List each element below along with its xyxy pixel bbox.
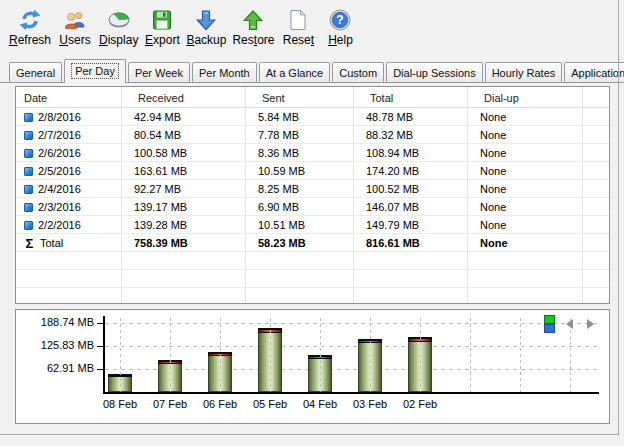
day-icon	[24, 203, 33, 212]
total-value: 146.07 MB	[354, 198, 468, 216]
export-button[interactable]: Export	[141, 7, 183, 48]
legend-received-swatch[interactable]	[544, 315, 555, 324]
received-value: 139.28 MB	[122, 216, 246, 234]
chart-gridline-vertical	[370, 318, 371, 392]
total-value: 149.79 MB	[354, 216, 468, 234]
tab-general[interactable]: General	[9, 62, 62, 82]
users-label: Users	[59, 33, 90, 47]
dialup-value: None	[468, 216, 583, 234]
refresh-label: Refresh	[9, 33, 51, 47]
received-value: 92.27 MB	[122, 180, 246, 198]
dialup-value: None	[468, 144, 583, 162]
sent-value: 8.36 MB	[246, 144, 354, 162]
column-header-date[interactable]: Date	[16, 87, 122, 108]
help-label: Help	[328, 33, 353, 47]
total-received-value: 758.39 MB	[122, 234, 246, 252]
sigma-icon: Σ	[24, 236, 35, 251]
display-button[interactable]: Display	[96, 7, 141, 48]
total-value: 88.32 MB	[354, 126, 468, 144]
chart-x-category-label: 07 Feb	[142, 398, 198, 410]
usage-table-panel: Date Received Sent Total Dial-up 2/8/201…	[15, 86, 610, 304]
floppy-disk-icon	[150, 8, 174, 32]
tab-dialup-sessions[interactable]: Dial-up Sessions	[386, 62, 483, 82]
window-bottom-border	[0, 434, 619, 435]
received-value: 80.54 MB	[122, 126, 246, 144]
export-label: Export	[145, 33, 180, 47]
chart-x-category-label: 04 Feb	[292, 398, 348, 410]
chart-gridline-vertical	[520, 318, 521, 392]
users-icon	[63, 8, 87, 32]
column-header-total[interactable]: Total	[354, 87, 468, 108]
help-icon: ?	[328, 8, 352, 32]
chart-x-axis	[103, 392, 599, 394]
scroll-left-arrow-icon[interactable]	[566, 319, 573, 329]
tab-applications[interactable]: Applications	[564, 62, 624, 82]
tab-per-week[interactable]: Per Week	[128, 62, 190, 82]
usage-table: Date Received Sent Total Dial-up 2/8/201…	[16, 87, 609, 304]
day-icon	[24, 185, 33, 194]
date-value: 2/7/2016	[38, 129, 81, 141]
column-header-received[interactable]: Received	[122, 87, 246, 108]
dialup-value: None	[468, 180, 583, 198]
legend-sent-swatch[interactable]	[544, 324, 555, 333]
arrow-down-icon	[194, 8, 218, 32]
toolbar: Refresh Users Display	[0, 0, 624, 54]
sent-value: 8.25 MB	[246, 180, 354, 198]
column-header-dialup[interactable]: Dial-up	[468, 87, 583, 108]
total-total-value: 816.61 MB	[354, 234, 468, 252]
chart-x-category-label: 02 Feb	[392, 398, 448, 410]
date-value: 2/2/2016	[38, 219, 81, 231]
chart-gridline-horizontal	[105, 346, 599, 347]
sent-value: 6.90 MB	[246, 198, 354, 216]
date-value: 2/5/2016	[38, 165, 81, 177]
tab-hourly-rates[interactable]: Hourly Rates	[485, 62, 563, 82]
received-value: 163.61 MB	[122, 162, 246, 180]
sent-value: 7.78 MB	[246, 126, 354, 144]
chart-gridline-vertical	[420, 318, 421, 392]
date-value: 2/6/2016	[38, 147, 81, 159]
pie-chart-icon	[107, 8, 131, 32]
chart-gridline-vertical	[170, 318, 171, 392]
total-value: 174.20 MB	[354, 162, 468, 180]
tab-per-month[interactable]: Per Month	[192, 62, 257, 82]
total-value: 108.94 MB	[354, 144, 468, 162]
column-header-spacer	[583, 87, 609, 108]
chart-gridline-vertical	[570, 318, 571, 392]
column-header-sent[interactable]: Sent	[246, 87, 354, 108]
date-value: 2/4/2016	[38, 183, 81, 195]
tab-per-day[interactable]: Per Day	[64, 59, 126, 83]
received-value: 100.58 MB	[122, 144, 246, 162]
tab-strip: General Per Day Per Week Per Month At a …	[0, 58, 624, 83]
tab-custom[interactable]: Custom	[332, 62, 384, 82]
date-value: 2/8/2016	[38, 111, 81, 123]
total-dialup-value: None	[468, 234, 583, 252]
received-value: 42.94 MB	[122, 108, 246, 126]
day-icon	[24, 221, 33, 230]
dialup-value: None	[468, 126, 583, 144]
chart-gridline-vertical	[320, 318, 321, 392]
chart-gridline-vertical	[470, 318, 471, 392]
sent-value: 10.59 MB	[246, 162, 354, 180]
dialup-value: None	[468, 162, 583, 180]
chart-x-category-label: 05 Feb	[242, 398, 298, 410]
chart-y-axis	[103, 316, 105, 394]
refresh-button[interactable]: Refresh	[6, 7, 54, 48]
dialup-value: None	[468, 108, 583, 126]
window-right-border	[618, 0, 619, 435]
refresh-icon	[18, 8, 42, 32]
scroll-right-arrow-icon[interactable]	[587, 319, 594, 329]
svg-text:?: ?	[337, 13, 344, 27]
dialup-value: None	[468, 198, 583, 216]
tab-at-a-glance[interactable]: At a Glance	[259, 62, 330, 82]
restore-button[interactable]: Restore	[229, 7, 277, 48]
chart-gridline-vertical	[120, 318, 121, 392]
users-button[interactable]: Users	[54, 7, 96, 48]
backup-button[interactable]: Backup	[183, 7, 229, 48]
total-label: Total	[40, 237, 63, 249]
received-value: 139.17 MB	[122, 198, 246, 216]
reset-button[interactable]: Reset	[277, 7, 319, 48]
total-sent-value: 58.23 MB	[246, 234, 354, 252]
chart-gridline-vertical	[270, 318, 271, 392]
help-button[interactable]: ? Help	[319, 7, 361, 48]
chart-x-category-label: 06 Feb	[192, 398, 248, 410]
